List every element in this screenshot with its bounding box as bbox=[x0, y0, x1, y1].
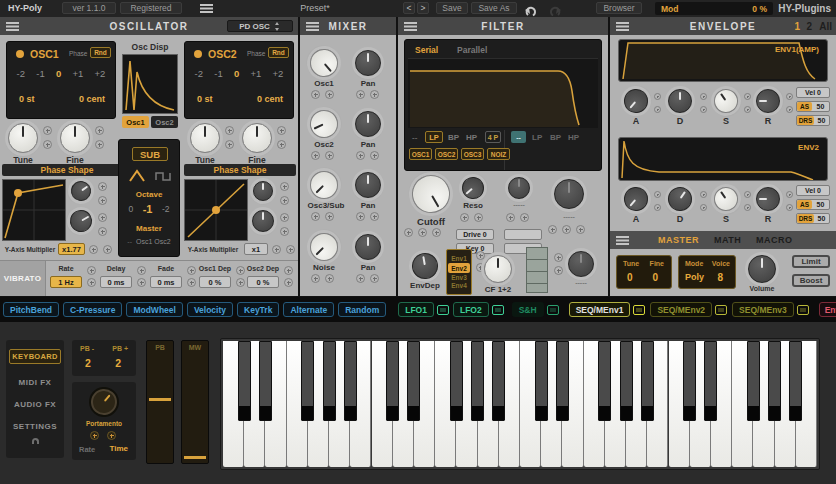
seq3-display-icon[interactable] bbox=[797, 305, 809, 315]
piano-black-key[interactable] bbox=[556, 341, 569, 421]
env2-decay-knob[interactable] bbox=[663, 182, 696, 215]
mod-slot-icon[interactable] bbox=[786, 93, 793, 100]
mod-slot-icon[interactable] bbox=[43, 140, 52, 149]
mixer-osc3sub-pan-knob[interactable] bbox=[355, 172, 381, 198]
piano-black-key[interactable] bbox=[747, 341, 760, 421]
mod-slot-icon[interactable] bbox=[356, 90, 365, 99]
osc2-fine-knob[interactable] bbox=[242, 123, 272, 153]
piano-keyboard[interactable] bbox=[220, 338, 820, 470]
mod-slot-icon[interactable] bbox=[554, 253, 563, 262]
osc2-ps-x-knob[interactable] bbox=[253, 181, 273, 201]
mod-slot-icon[interactable] bbox=[700, 204, 707, 211]
mod-slot-icon[interactable] bbox=[95, 140, 104, 149]
master-tab[interactable]: MASTER bbox=[658, 235, 699, 245]
piano-black-key[interactable] bbox=[683, 341, 696, 421]
envdep-knob[interactable] bbox=[410, 251, 440, 281]
filter2-hp-option[interactable]: HP bbox=[568, 133, 579, 142]
mod-slot-icon[interactable] bbox=[277, 126, 286, 135]
pb-plus-value[interactable]: 2 bbox=[115, 357, 121, 369]
mixer-osc1-level-knob[interactable] bbox=[304, 43, 343, 82]
mod-slot-icon[interactable] bbox=[370, 274, 379, 283]
mod-slot-icon[interactable] bbox=[107, 431, 116, 440]
mod-slot-icon[interactable] bbox=[272, 245, 281, 254]
square-wave-icon[interactable] bbox=[153, 169, 173, 187]
mod-slot-icon[interactable] bbox=[356, 212, 365, 221]
mod-slot-icon[interactable] bbox=[370, 212, 379, 221]
filter1-input-noiz[interactable]: NOIZ bbox=[487, 148, 510, 160]
filter2-bp-option[interactable]: BP bbox=[550, 133, 561, 142]
filter2-off-option[interactable]: -- bbox=[511, 131, 526, 143]
osc1-semitone[interactable]: 0 st bbox=[19, 94, 35, 104]
osc2-oct-m1[interactable]: -1 bbox=[214, 68, 222, 79]
env2-drs-value[interactable]: DRS 50 bbox=[796, 213, 830, 224]
mod-slot-icon[interactable] bbox=[700, 93, 707, 100]
filter1-input-osc2[interactable]: OSC2 bbox=[435, 148, 458, 160]
mod-slot-icon[interactable] bbox=[520, 213, 529, 222]
boost-button[interactable]: Boost bbox=[792, 274, 830, 287]
modsrc-modwheel[interactable]: ModWheel bbox=[126, 302, 183, 317]
filter1-off-option[interactable]: -- bbox=[412, 133, 417, 142]
osc1-cent[interactable]: 0 cent bbox=[79, 94, 105, 104]
env1-release-knob[interactable] bbox=[756, 89, 780, 113]
env2-attack-knob[interactable] bbox=[619, 182, 653, 216]
osc1-phase-mode-button[interactable]: Rnd bbox=[90, 47, 111, 58]
osc1-oct-m2[interactable]: -2 bbox=[17, 68, 25, 79]
mod-slot-icon[interactable] bbox=[311, 274, 320, 283]
mod-slot-icon[interactable] bbox=[187, 278, 196, 287]
mod-slot-icon[interactable] bbox=[280, 227, 289, 236]
filter-routing-serial-tab[interactable]: Serial bbox=[415, 45, 438, 55]
mod-slot-icon[interactable] bbox=[325, 90, 334, 99]
piano-black-key[interactable] bbox=[238, 341, 251, 421]
filter1-input-osc1[interactable]: OSC1 bbox=[409, 148, 432, 160]
osc2-oct-0[interactable]: 0 bbox=[234, 68, 239, 79]
vibrato-rate-value[interactable]: 1 Hz bbox=[50, 276, 82, 288]
mixer-osc2-pan-knob[interactable] bbox=[355, 111, 381, 137]
filter2-cutoff-knob[interactable] bbox=[554, 179, 584, 209]
mod-slot-icon[interactable] bbox=[370, 90, 379, 99]
math-tab[interactable]: MATH bbox=[714, 235, 741, 245]
cf-knob[interactable] bbox=[484, 255, 512, 283]
main-menu-icon[interactable] bbox=[200, 4, 213, 6]
mod-slot-icon[interactable] bbox=[98, 196, 107, 205]
env2-display[interactable]: ENV2 bbox=[618, 137, 828, 181]
sub-routing[interactable]: Osc1 Osc2 bbox=[136, 238, 171, 245]
env2-sustain-knob[interactable] bbox=[709, 182, 742, 215]
modsrc-velocity[interactable]: Velocity bbox=[187, 302, 233, 317]
nav-settings-tab[interactable]: SETTINGS bbox=[6, 422, 64, 431]
osc2-tune-knob[interactable] bbox=[190, 123, 220, 153]
osc2-ps-y-knob[interactable] bbox=[252, 210, 274, 232]
mod-slot-icon[interactable] bbox=[576, 225, 585, 234]
envelope-tab-1[interactable]: 1 bbox=[794, 21, 800, 32]
mixer-osc3sub-level-knob[interactable] bbox=[304, 165, 344, 205]
triangle-wave-icon[interactable] bbox=[127, 168, 147, 188]
mod-slot-icon[interactable] bbox=[404, 228, 413, 237]
mod-slot-icon[interactable] bbox=[280, 182, 289, 191]
mod-slot-icon[interactable] bbox=[137, 266, 146, 275]
sub-oct-0[interactable]: 0 bbox=[128, 204, 133, 214]
portamento-rate-option[interactable]: Rate bbox=[79, 445, 95, 454]
modsrc-sh[interactable]: S&H bbox=[512, 302, 544, 317]
filter-routing-parallel-tab[interactable]: Parallel bbox=[457, 45, 487, 55]
piano-black-key[interactable] bbox=[407, 341, 420, 421]
mod-slot-icon[interactable] bbox=[325, 274, 334, 283]
macro-tab[interactable]: MACRO bbox=[756, 235, 793, 245]
envelope-tab-all[interactable]: All bbox=[819, 21, 832, 32]
mod-slot-icon[interactable] bbox=[370, 151, 379, 160]
mod-slot-icon[interactable] bbox=[476, 251, 485, 260]
filter1-input-osc3[interactable]: OSC3 bbox=[461, 148, 484, 160]
mod-slot-icon[interactable] bbox=[418, 228, 427, 237]
mod-slot-icon[interactable] bbox=[654, 191, 661, 198]
filter-env1-option[interactable]: Env1 bbox=[451, 255, 467, 262]
env2-release-knob[interactable] bbox=[756, 187, 780, 211]
piano-black-key[interactable] bbox=[386, 341, 399, 421]
piano-black-key[interactable] bbox=[641, 341, 654, 421]
osc2-phase-mode-button[interactable]: Rnd bbox=[268, 47, 289, 58]
osc1-oct-p2[interactable]: +2 bbox=[95, 68, 106, 79]
mod-slot-icon[interactable] bbox=[95, 126, 104, 135]
mixer-osc2-level-knob[interactable] bbox=[305, 105, 342, 142]
portamento-time-option[interactable]: Time bbox=[109, 444, 128, 453]
mixer-noise-level-knob[interactable] bbox=[304, 227, 344, 267]
mod-slot-icon[interactable] bbox=[562, 225, 571, 234]
mod-slot-icon[interactable] bbox=[225, 140, 234, 149]
mod-slot-icon[interactable] bbox=[654, 93, 661, 100]
